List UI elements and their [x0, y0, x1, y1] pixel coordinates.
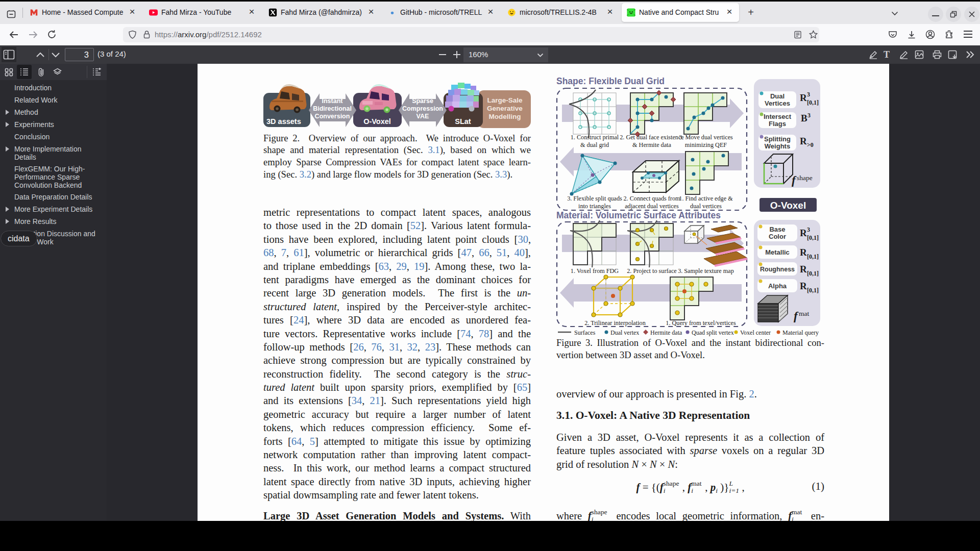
- svg-text:3. Move dual vertices: 3. Move dual vertices: [679, 134, 733, 141]
- svg-text:Material query: Material query: [782, 329, 819, 336]
- svg-text:R: R: [800, 136, 807, 146]
- svg-text:R: R: [800, 92, 807, 103]
- svg-text:Large-Sale: Large-Sale: [487, 96, 523, 104]
- svg-text:R: R: [800, 264, 807, 274]
- svg-text:R: R: [800, 281, 807, 291]
- svg-text:2. Connect quads from: 2. Connect quads from: [623, 195, 680, 202]
- svg-text:B: B: [801, 113, 807, 123]
- svg-text:Metallic: Metallic: [765, 248, 790, 256]
- svg-text:[0,1]: [0,1]: [807, 99, 819, 106]
- svg-text:Instant: Instant: [322, 97, 344, 105]
- svg-text:Alpha: Alpha: [768, 282, 787, 290]
- svg-text:Bidirectional: Bidirectional: [313, 105, 352, 112]
- svg-text:Vertices: Vertices: [765, 99, 790, 107]
- svg-text:3D assets: 3D assets: [266, 117, 301, 126]
- svg-text:Shape: Flexible Dual Grid: Shape: Flexible Dual Grid: [556, 76, 665, 86]
- svg-text:1. Voxel from FDG: 1. Voxel from FDG: [571, 267, 619, 274]
- svg-text:[0,1]: [0,1]: [807, 287, 819, 294]
- svg-text:Generative: Generative: [487, 105, 523, 112]
- svg-text:& dual grid: & dual grid: [580, 141, 609, 148]
- svg-text:3: 3: [807, 226, 810, 233]
- svg-text:mat: mat: [799, 310, 809, 317]
- svg-text:3. Sample texture map: 3. Sample texture map: [678, 267, 734, 274]
- svg-text:Weights: Weights: [765, 142, 790, 150]
- svg-text:dual vertices: dual vertices: [690, 203, 722, 210]
- svg-text:SLat: SLat: [455, 117, 471, 126]
- svg-text:shape: shape: [797, 174, 813, 182]
- svg-text:O-Voxel: O-Voxel: [770, 200, 806, 211]
- svg-text:Conversion: Conversion: [315, 113, 350, 120]
- svg-text:[0,1]: [0,1]: [807, 270, 819, 277]
- svg-text:1. Find active edge &: 1. Find active edge &: [679, 195, 733, 202]
- svg-text:Intersect: Intersect: [764, 113, 792, 120]
- svg-text:Color: Color: [769, 233, 786, 240]
- svg-text:3. Flexible split quads: 3. Flexible split quads: [567, 195, 622, 202]
- svg-text:Voxel center: Voxel center: [740, 329, 771, 336]
- svg-text:Modelling: Modelling: [489, 113, 521, 120]
- svg-text:into triangles: into triangles: [578, 203, 611, 210]
- svg-text:Roughness: Roughness: [760, 266, 795, 273]
- svg-text:2. Get dual face existence: 2. Get dual face existence: [620, 134, 684, 141]
- svg-text:2. Trilinear interpolation: 2. Trilinear interpolation: [584, 319, 646, 327]
- svg-text:Flags: Flags: [769, 120, 786, 128]
- svg-text:Quad split vertex: Quad split vertex: [692, 329, 734, 336]
- svg-text:3: 3: [807, 91, 810, 98]
- svg-text:Material: Volumetric Surface A: Material: Volumetric Surface Attributes: [556, 210, 721, 220]
- svg-text:Compression: Compression: [402, 105, 443, 112]
- svg-text:adjacent dual vertices: adjacent dual vertices: [625, 203, 679, 210]
- svg-text:[0,1]: [0,1]: [807, 234, 819, 241]
- svg-text:Dual: Dual: [770, 92, 785, 100]
- svg-text:VAE: VAE: [416, 113, 429, 120]
- svg-text:& Hermite data: & Hermite data: [632, 141, 671, 148]
- svg-text:R: R: [800, 228, 807, 238]
- svg-text:minimizing QEF: minimizing QEF: [685, 141, 727, 148]
- svg-text:[0,1]: [0,1]: [807, 253, 819, 260]
- svg-text:3: 3: [807, 112, 811, 119]
- svg-text:Surfaces: Surfaces: [574, 329, 596, 336]
- svg-text:Sparse: Sparse: [412, 97, 433, 105]
- svg-text:1. Construct primal: 1. Construct primal: [571, 134, 619, 141]
- svg-text:1. Query from texel/vertices: 1. Query from texel/vertices: [666, 319, 736, 327]
- svg-text:Base: Base: [769, 226, 785, 233]
- svg-text:R: R: [800, 247, 807, 258]
- svg-text:2. Project to surface: 2. Project to surface: [627, 267, 676, 274]
- svg-text:Splitting: Splitting: [764, 135, 791, 143]
- svg-text:Dual vertex: Dual vertex: [610, 329, 639, 336]
- svg-text:Hermite data: Hermite data: [650, 329, 682, 336]
- svg-text:O-Voxel: O-Voxel: [363, 117, 391, 126]
- svg-text:>0: >0: [807, 141, 814, 148]
